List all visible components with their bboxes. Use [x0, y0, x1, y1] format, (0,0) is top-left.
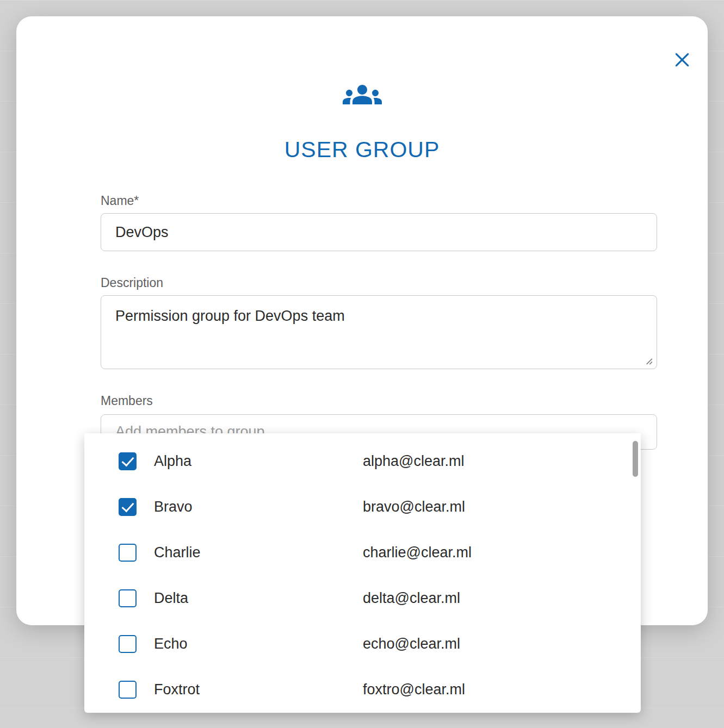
members-label: Members: [101, 394, 153, 408]
name-label: Name*: [101, 194, 139, 208]
member-name: Charlie: [154, 544, 201, 561]
member-checkbox[interactable]: [119, 635, 137, 653]
close-button[interactable]: [665, 42, 700, 77]
page-backdrop: USER GROUP Name* Description Permission …: [0, 0, 724, 728]
member-row[interactable]: Delta delta@clear.ml: [84, 575, 641, 621]
member-row[interactable]: Foxtrot foxtro@clear.ml: [84, 667, 641, 712]
member-checkbox[interactable]: [119, 498, 137, 516]
members-dropdown: Alpha alpha@clear.ml Bravo bravo@clear.m…: [84, 433, 641, 713]
member-name: Alpha: [154, 453, 191, 470]
member-name: Echo: [154, 636, 188, 652]
member-row[interactable]: Charlie charlie@clear.ml: [84, 530, 641, 575]
member-email: echo@clear.ml: [363, 636, 460, 652]
member-checkbox[interactable]: [119, 681, 137, 699]
member-row[interactable]: Bravo bravo@clear.ml: [84, 484, 641, 530]
member-name: Foxtrot: [154, 681, 200, 698]
member-name: Bravo: [154, 499, 193, 515]
member-name: Delta: [154, 590, 188, 607]
member-email: charlie@clear.ml: [363, 544, 472, 561]
member-row[interactable]: Echo echo@clear.ml: [84, 621, 641, 667]
member-checkbox[interactable]: [119, 452, 137, 470]
description-textarea[interactable]: Permission group for DevOps team: [101, 295, 657, 369]
member-row[interactable]: Alpha alpha@clear.ml: [84, 438, 641, 484]
member-email: delta@clear.ml: [363, 590, 460, 607]
member-email: foxtro@clear.ml: [363, 681, 465, 698]
member-email: alpha@clear.ml: [363, 453, 465, 470]
member-email: bravo@clear.ml: [363, 499, 465, 515]
resize-handle-icon[interactable]: [643, 355, 653, 365]
scrollbar-thumb[interactable]: [633, 441, 638, 477]
close-icon: [673, 51, 691, 69]
description-label: Description: [101, 276, 163, 290]
name-input[interactable]: [101, 213, 657, 251]
member-checkbox[interactable]: [119, 544, 137, 562]
dialog-title: USER GROUP: [16, 137, 708, 163]
members-list: Alpha alpha@clear.ml Bravo bravo@clear.m…: [84, 438, 641, 712]
member-checkbox[interactable]: [119, 589, 137, 607]
user-group-icon: [16, 75, 708, 114]
